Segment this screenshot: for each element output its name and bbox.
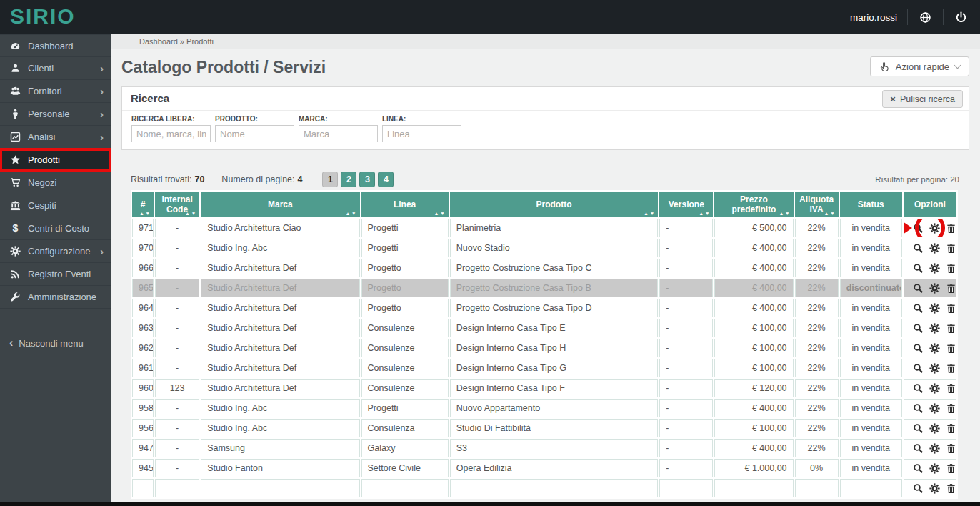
row-view-button[interactable]	[913, 443, 924, 454]
row-settings-button[interactable]	[929, 283, 940, 294]
row-view-button[interactable]	[913, 263, 924, 274]
column-header-[interactable]: #▲▼	[132, 192, 154, 217]
sort-arrows-icon: ▲▼	[824, 211, 836, 217]
row-view-button[interactable]	[913, 463, 924, 474]
row-delete-button[interactable]	[946, 223, 956, 234]
row-delete-button[interactable]	[946, 243, 956, 254]
cell-internal-code: -	[155, 259, 199, 277]
sidebar-item-centri-di-costo[interactable]: Centri di Costo ›	[0, 217, 111, 240]
logout-button[interactable]	[954, 10, 969, 25]
row-view-button[interactable]	[913, 363, 924, 374]
row-view-button[interactable]	[913, 483, 924, 494]
row-settings-button[interactable]	[929, 263, 940, 274]
row-view-button[interactable]	[913, 243, 924, 254]
page-button-2[interactable]: 2	[341, 172, 356, 187]
cell-id: 945	[132, 459, 154, 477]
row-settings-button[interactable]	[929, 243, 940, 254]
sidebar-item-personale[interactable]: Personale ›	[0, 103, 111, 126]
row-delete-button[interactable]	[946, 423, 956, 434]
cell-prezzo: € 400,00	[714, 239, 793, 257]
row-delete-button[interactable]	[946, 283, 956, 294]
row-settings-button[interactable]	[929, 403, 940, 414]
row-delete-button[interactable]	[946, 443, 956, 454]
sidebar-item-cespiti[interactable]: Cespiti ›	[0, 194, 111, 217]
sort-arrows-icon: ▲▼	[185, 211, 197, 217]
row-delete-button[interactable]	[946, 303, 956, 314]
assets-icon	[9, 200, 21, 211]
row-settings-button[interactable]	[929, 383, 940, 394]
cell-status: in vendita	[840, 239, 902, 257]
cell-prodotto: Design Interno Casa Tipo H	[450, 339, 659, 357]
cell-prezzo	[714, 479, 793, 497]
sidebar-item-fornitori[interactable]: Fornitori ›	[0, 80, 111, 103]
sidebar-item-amministrazione[interactable]: Amministrazione ›	[0, 286, 111, 309]
page-button-4[interactable]: 4	[378, 172, 394, 187]
cell-internal-code: -	[155, 279, 199, 297]
results-found: Risultati trovati:70	[131, 174, 204, 184]
row-delete-button[interactable]	[946, 343, 956, 354]
cell-versione: -	[659, 439, 713, 457]
row-settings-button[interactable]	[929, 223, 940, 234]
breadcrumb[interactable]: Dashboard » Prodotti	[111, 34, 980, 49]
row-delete-button[interactable]	[946, 403, 956, 414]
column-header-marca[interactable]: Marca▲▼	[201, 192, 359, 217]
column-header-prezzo-predefinito[interactable]: Prezzo predefinito▲▼	[714, 192, 793, 217]
row-settings-button[interactable]	[929, 363, 940, 374]
row-view-button[interactable]	[913, 403, 924, 414]
row-view-button[interactable]	[913, 283, 924, 294]
column-header-prodotto[interactable]: Prodotto▲▼	[450, 192, 659, 217]
cell-prodotto: Progetto Costruzione Casa Tipo B	[450, 279, 659, 297]
cell-prezzo: € 500,00	[714, 219, 793, 237]
row-settings-button[interactable]	[929, 463, 940, 474]
row-view-button[interactable]	[913, 423, 924, 434]
row-settings-button[interactable]	[929, 443, 940, 454]
sidebar-item-dashboard[interactable]: Dashboard ›	[0, 34, 111, 57]
input-prodotto[interactable]	[215, 125, 294, 142]
row-view-button[interactable]	[913, 303, 924, 314]
cell-internal-code: -	[155, 399, 199, 417]
sort-arrows-icon: ▲▼	[346, 211, 358, 217]
sidebar-item-clienti[interactable]: Clienti ›	[0, 57, 111, 80]
search-field-marca: MARCA:	[299, 115, 378, 142]
sidebar-item-negozi[interactable]: Negozi ›	[0, 172, 111, 194]
column-header-internal-code[interactable]: Internal Code▲▼	[155, 192, 199, 217]
input-linea[interactable]	[382, 125, 461, 142]
row-settings-button[interactable]	[929, 423, 940, 434]
column-header-versione[interactable]: Versione▲▼	[659, 192, 713, 217]
row-delete-button[interactable]	[946, 323, 956, 334]
row-delete-button[interactable]	[946, 263, 956, 274]
cell-iva: 22%	[795, 439, 839, 457]
language-button[interactable]	[918, 10, 933, 25]
row-view-button[interactable]	[913, 383, 924, 394]
per-page-value: 20	[950, 175, 959, 184]
page-button-1[interactable]: 1	[322, 172, 338, 187]
sidebar-item-analisi[interactable]: Analisi ›	[0, 126, 111, 149]
row-delete-button[interactable]	[946, 463, 956, 474]
row-delete-button[interactable]	[946, 483, 956, 494]
input-ricerca-libera[interactable]	[131, 125, 211, 142]
row-settings-button[interactable]	[929, 303, 940, 314]
column-header-linea[interactable]: Linea▲▼	[361, 192, 449, 217]
row-view-button[interactable]	[913, 223, 924, 234]
cell-internal-code: 123	[155, 379, 199, 397]
input-marca[interactable]	[299, 125, 378, 142]
row-view-button[interactable]	[913, 343, 924, 354]
row-settings-button[interactable]	[929, 343, 940, 354]
row-delete-button[interactable]	[946, 363, 956, 374]
cell-iva: 22%	[795, 399, 839, 417]
sidebar-item-registro-eventi[interactable]: Registro Eventi ›	[0, 263, 111, 286]
quick-actions-button[interactable]: Azioni rapide	[870, 56, 969, 76]
cell-id: 960	[132, 379, 154, 397]
sidebar-item-configurazione[interactable]: Configurazione ›	[0, 240, 111, 263]
username[interactable]: mario.rossi	[850, 12, 897, 23]
row-view-button[interactable]	[913, 323, 924, 334]
cell-internal-code: -	[155, 339, 199, 357]
sidebar-item-prodotti[interactable]: Prodotti ›	[0, 149, 111, 172]
row-delete-button[interactable]	[946, 383, 956, 394]
collapse-menu-button[interactable]: ‹ Nascondi menu	[0, 332, 111, 354]
column-header-aliquota-iva[interactable]: Aliquota IVA▲▼	[795, 192, 839, 217]
row-settings-button[interactable]	[929, 483, 940, 494]
page-button-3[interactable]: 3	[359, 172, 375, 187]
clear-search-button[interactable]: × Pulisci ricerca	[882, 90, 963, 108]
row-settings-button[interactable]	[929, 323, 940, 334]
